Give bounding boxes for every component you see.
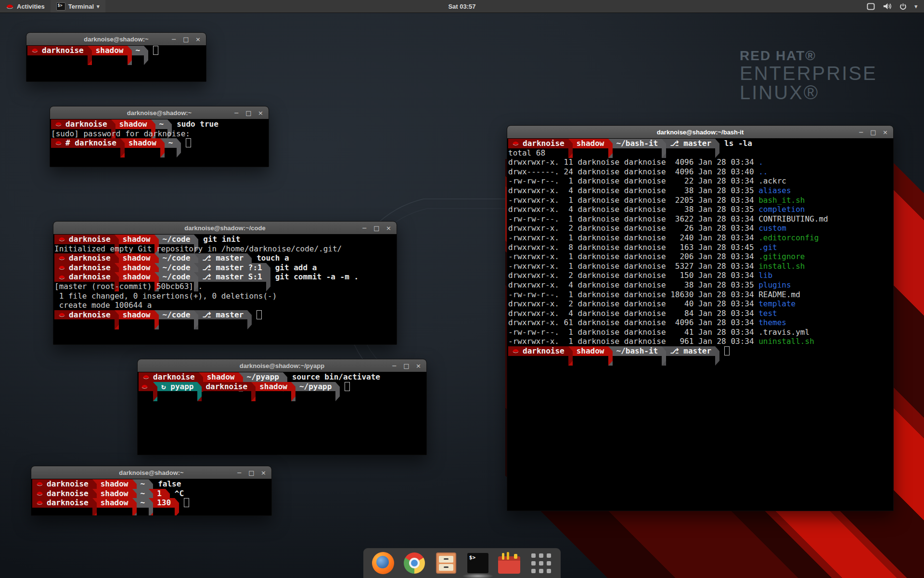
top-bar: Activities $> Terminal ▾ Sat 03:57 ▾ [0,0,924,13]
terminal-window[interactable]: darknoise@shadow:~−□×darknoiseshadow~sud… [50,106,269,167]
prompt-segment: darknoise [27,46,88,55]
files-icon[interactable] [434,551,458,575]
minimize-button[interactable]: − [858,129,864,136]
app-grid-icon[interactable] [529,551,553,575]
terminal-content[interactable]: darknoiseshadow~sudo true[sudo] password… [50,119,269,167]
toolbox-icon[interactable] [497,551,521,575]
prompt-segment: ↻ pyapp [157,382,197,392]
close-button[interactable]: × [257,109,264,117]
file-list-row: -rw-rw-r--. 1 darknoise darknoise 3622 J… [508,214,893,224]
prompt-segment: ⎇ master ?:1 [198,263,266,273]
desktop[interactable]: RED HAT® ENTERPRISE LINUX® darknoise@sha… [0,0,924,578]
terminal-content[interactable]: darknoiseshadow~/bash-it⎇ masterls -lato… [507,138,893,511]
terminal-output-line: total 68 [508,148,893,158]
terminal-content[interactable]: darknoiseshadow~/pyappsource bin/activat… [138,372,426,455]
caret-down-icon[interactable]: ▾ [914,3,917,10]
powerline-separator [266,272,270,291]
file-list-row: -rwxrwxr-x. 1 darknoise darknoise 240 Ja… [508,233,893,243]
terminal-window[interactable]: darknoise@shadow:~/bash-it−□×darknoisesh… [507,125,894,511]
firefox-icon[interactable] [371,551,395,575]
maximize-button[interactable]: □ [870,129,876,136]
maximize-button[interactable]: □ [248,469,255,476]
window-title: darknoise@shadow:~/pyapp [138,362,426,369]
command-text: git commit -a -m . [270,272,359,282]
close-button[interactable]: × [260,469,267,476]
drawer-top [439,556,453,563]
prompt-segment: ~ [165,138,177,148]
terminal-window[interactable]: darknoise@shadow:~−□×darknoiseshadow~ [26,32,206,82]
minimize-button[interactable]: − [391,362,398,369]
prompt-segment: shadow [125,138,160,148]
prompt-segment: shadow [573,346,608,356]
terminal-content[interactable]: darknoiseshadow~falsedarknoiseshadow~1^C… [31,479,271,515]
prompt-line: darknoiseshadow~/code⎇ master [54,310,397,320]
prompt-segment: shadow [256,382,291,392]
file-name: plugins [758,280,791,289]
terminal-window[interactable]: darknoise@shadow:~/code−□×darknoiseshado… [53,221,397,345]
redhat-icon [142,374,150,380]
terminal-content[interactable]: darknoiseshadow~/codegit initInitialized… [53,234,397,344]
app-grid-dots [531,553,551,573]
file-name: .. [758,167,768,176]
redhat-icon [58,255,65,261]
powerline-separator [144,46,148,65]
prompt-segment: darknoise [508,346,568,356]
window-titlebar[interactable]: darknoise@shadow:~/bash-it−□× [507,126,893,139]
terminal-cursor [345,382,350,391]
minimize-button[interactable]: − [171,36,177,43]
window-titlebar[interactable]: darknoise@shadow:~−□× [31,466,271,479]
file-name: .ackrc [758,176,786,185]
terminal-icon[interactable]: $> [466,551,490,575]
minimize-button[interactable]: − [236,469,243,476]
window-titlebar[interactable]: darknoise@shadow:~−□× [50,106,269,119]
minimize-button[interactable]: − [233,109,240,117]
dot [539,553,543,558]
redhat-icon [512,141,519,146]
window-titlebar[interactable]: darknoise@shadow:~/code−□× [53,222,397,235]
window-titlebar[interactable]: darknoise@shadow:~−□× [26,33,206,46]
terminal-window[interactable]: darknoise@shadow:~−□×darknoiseshadow~fal… [31,466,272,516]
close-button[interactable]: × [415,362,422,369]
power-icon[interactable] [899,3,907,10]
maximize-button[interactable]: □ [403,362,410,369]
close-button[interactable]: × [882,129,888,136]
maximize-button[interactable]: □ [373,224,380,232]
prompt-line: darknoiseshadow~1^C [32,489,271,499]
prompt-segment: darknoise [54,263,115,273]
file-list-row: -rw-rw-r--. 1 darknoise darknoise 22 Jan… [508,176,893,186]
activities-button[interactable]: Activities [0,0,51,13]
redhat-icon [31,48,38,53]
terminal-cursor [724,346,730,355]
window-title: darknoise@shadow:~ [31,469,271,476]
git-branch-icon: ⎇ [202,253,216,263]
window-buttons: −□× [233,109,269,117]
prompt-segment: darknoise [32,498,92,508]
redhat-icon [58,312,65,317]
file-name: test [758,309,777,318]
app-menu-terminal[interactable]: $> Terminal ▾ [51,0,105,13]
window-titlebar[interactable]: darknoise@shadow:~/pyapp−□× [138,359,426,372]
maximize-button[interactable]: □ [245,109,252,117]
dot [547,553,551,558]
volume-icon[interactable] [883,2,892,10]
maximize-button[interactable]: □ [183,36,189,43]
window-icon[interactable] [867,3,875,10]
prompt-segment: ~/code [159,253,194,263]
redhat-logo-icon [6,3,14,10]
close-button[interactable]: × [195,36,201,43]
terminal-content[interactable]: darknoiseshadow~ [26,45,206,81]
clock[interactable]: Sat 03:57 [0,3,924,10]
file-name: completion [758,205,805,214]
terminal-window[interactable]: darknoise@shadow:~/pyapp−□×darknoiseshad… [137,359,427,455]
prompt-segment: darknoise [54,272,115,282]
minimize-button[interactable]: − [361,224,368,232]
file-name: bash_it.sh [758,196,805,205]
window-title: darknoise@shadow:~/code [53,224,397,232]
redhat-icon [36,500,43,505]
close-button[interactable]: × [385,224,392,232]
redhat-icon [58,275,65,280]
powerline-separator [154,310,159,329]
chrome-icon[interactable] [402,551,426,575]
prompt-line: darknoiseshadow~/code⎇ master S:1git com… [54,272,397,282]
latch [514,554,517,559]
